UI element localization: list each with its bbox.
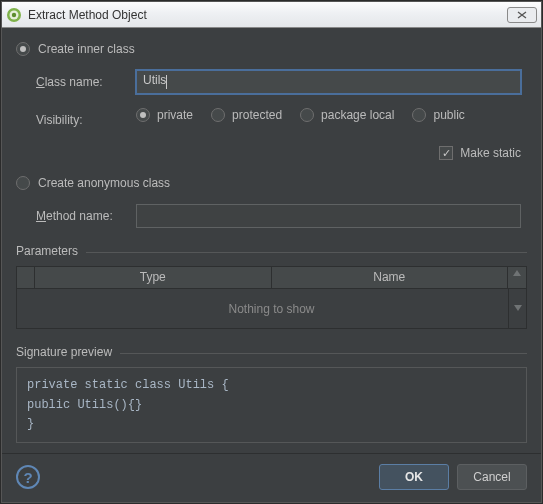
- visibility-group: private protected package local public: [136, 108, 465, 122]
- help-button[interactable]: ?: [16, 465, 40, 489]
- radio-icon: [16, 42, 30, 56]
- title-bar: Extract Method Object: [2, 2, 541, 28]
- table-empty-text: Nothing to show: [228, 302, 314, 316]
- visibility-public[interactable]: public: [412, 108, 464, 122]
- radio-icon: [211, 108, 225, 122]
- radio-label: Create anonymous class: [38, 176, 170, 190]
- svg-point-2: [12, 12, 16, 16]
- checkbox-icon: [439, 146, 453, 160]
- checkbox-label: Make static: [460, 146, 521, 160]
- radio-label: protected: [232, 108, 282, 122]
- method-name-input: [136, 204, 521, 228]
- method-name-label: Method name:: [36, 209, 136, 223]
- make-static-checkbox[interactable]: Make static: [439, 146, 521, 160]
- app-icon: [6, 7, 22, 23]
- col-type[interactable]: Type: [35, 267, 272, 288]
- preview-header: Signature preview: [16, 345, 527, 361]
- radio-label: package local: [321, 108, 394, 122]
- dialog-body: Create inner class Class name: Utils Vis…: [2, 28, 541, 453]
- radio-label: public: [433, 108, 464, 122]
- preview-line: }: [27, 415, 516, 434]
- ok-button[interactable]: OK: [379, 464, 449, 490]
- parameters-header: Parameters: [16, 244, 527, 260]
- radio-label: Create inner class: [38, 42, 135, 56]
- col-checkbox: [17, 267, 35, 288]
- visibility-private[interactable]: private: [136, 108, 193, 122]
- table-header: Type Name: [17, 267, 526, 289]
- visibility-protected[interactable]: protected: [211, 108, 282, 122]
- signature-preview: private static class Utils { public Util…: [16, 367, 527, 443]
- create-anonymous-class-radio[interactable]: Create anonymous class: [16, 176, 527, 190]
- move-down-button[interactable]: [508, 289, 526, 328]
- create-inner-class-radio[interactable]: Create inner class: [16, 42, 527, 56]
- col-name[interactable]: Name: [272, 267, 509, 288]
- class-name-input[interactable]: Utils: [136, 70, 521, 94]
- dialog-footer: ? OK Cancel: [2, 453, 541, 502]
- radio-icon: [300, 108, 314, 122]
- visibility-label: Visibility:: [36, 113, 136, 127]
- preview-line: private static class Utils {: [27, 376, 516, 395]
- table-body: Nothing to show: [17, 289, 526, 328]
- radio-icon: [136, 108, 150, 122]
- radio-icon: [16, 176, 30, 190]
- move-up-button[interactable]: [508, 267, 526, 288]
- preview-line: public Utils(){}: [27, 396, 516, 415]
- inner-class-group: Class name: Utils Visibility: private pr…: [36, 70, 521, 176]
- window-title: Extract Method Object: [28, 8, 507, 22]
- radio-icon: [412, 108, 426, 122]
- anon-class-group: Method name:: [36, 204, 521, 242]
- cancel-button[interactable]: Cancel: [457, 464, 527, 490]
- dialog: Extract Method Object Create inner class…: [1, 1, 542, 503]
- close-button[interactable]: [507, 7, 537, 23]
- radio-label: private: [157, 108, 193, 122]
- parameters-table: Type Name Nothing to show: [16, 266, 527, 329]
- class-name-label: Class name:: [36, 75, 136, 89]
- visibility-package-local[interactable]: package local: [300, 108, 394, 122]
